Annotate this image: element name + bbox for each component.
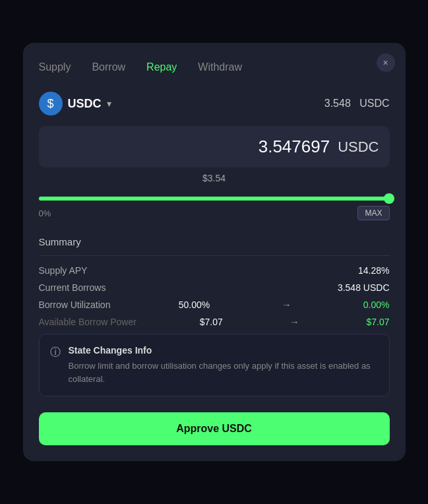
info-box: ⓘ State Changes Info Borrow limit and bo… xyxy=(39,334,390,396)
summary-value-apy: 14.28% xyxy=(358,265,389,276)
tab-repay[interactable]: Repay xyxy=(146,59,177,76)
tab-bar: Supply Borrow Repay Withdraw xyxy=(39,59,390,76)
token-name: USDC xyxy=(68,97,102,111)
amount-input[interactable] xyxy=(145,137,330,157)
summary-value-power-from: $7.07 xyxy=(200,317,223,327)
balance-amount: 3.548 xyxy=(324,98,351,109)
summary-value-utilization-from: 50.00% xyxy=(179,299,210,310)
chevron-down-icon: ▾ xyxy=(107,98,111,109)
slider-container: 0% MAX xyxy=(39,197,390,220)
token-selector[interactable]: $ USDC ▾ xyxy=(39,92,111,115)
summary-value-borrows: 3.548 USDC xyxy=(338,282,390,293)
tab-supply[interactable]: Supply xyxy=(39,59,71,76)
summary-section: Summary Supply APY 14.28% Current Borrow… xyxy=(39,236,390,327)
info-title: State Changes Info xyxy=(69,345,379,356)
info-text: Borrow limit and borrow utilisation chan… xyxy=(69,360,379,385)
token-balance: 3.548 USDC xyxy=(324,98,390,110)
tab-withdraw[interactable]: Withdraw xyxy=(198,59,242,76)
slider-thumb[interactable] xyxy=(384,193,394,204)
summary-label-apy: Supply APY xyxy=(39,265,88,276)
summary-row-apy: Supply APY 14.28% xyxy=(39,265,390,276)
balance-currency: USDC xyxy=(359,98,389,109)
summary-value-power-to: $7.07 xyxy=(366,317,389,327)
summary-row-utilization: Borrow Utilization 50.00% → 0.00% xyxy=(39,299,390,310)
modal-container: × Supply Borrow Repay Withdraw $ USDC ▾ … xyxy=(23,43,406,461)
summary-row-borrow-power: Available Borrow Power $7.07 → $7.07 xyxy=(39,317,390,327)
summary-label-utilization: Borrow Utilization xyxy=(39,299,111,310)
slider-labels: 0% MAX xyxy=(39,206,390,220)
summary-label-borrows: Current Borrows xyxy=(39,282,106,293)
summary-label-borrow-power: Available Borrow Power xyxy=(39,317,137,327)
summary-title: Summary xyxy=(39,236,390,247)
arrow-icon-utilization: → xyxy=(282,299,291,310)
divider xyxy=(39,255,390,256)
max-button[interactable]: MAX xyxy=(357,206,389,220)
tab-borrow[interactable]: Borrow xyxy=(92,59,125,76)
arrow-icon-power: → xyxy=(290,317,299,327)
token-icon: $ xyxy=(39,92,63,115)
info-content: State Changes Info Borrow limit and borr… xyxy=(69,345,379,385)
slider-min-label: 0% xyxy=(39,208,51,218)
input-box: USDC xyxy=(39,126,390,168)
summary-value-utilization-to: 0.00% xyxy=(363,299,390,310)
input-currency-label: USDC xyxy=(338,139,379,156)
close-button[interactable]: × xyxy=(377,53,395,72)
info-icon: ⓘ xyxy=(50,346,61,385)
slider-fill xyxy=(39,197,390,201)
close-icon: × xyxy=(382,57,388,68)
token-row: $ USDC ▾ 3.548 USDC xyxy=(39,92,390,115)
usd-value: $3.54 xyxy=(39,173,390,183)
slider-track[interactable] xyxy=(39,197,390,201)
approve-button[interactable]: Approve USDC xyxy=(39,412,390,445)
token-icon-symbol: $ xyxy=(47,97,53,111)
summary-row-borrows: Current Borrows 3.548 USDC xyxy=(39,282,390,293)
